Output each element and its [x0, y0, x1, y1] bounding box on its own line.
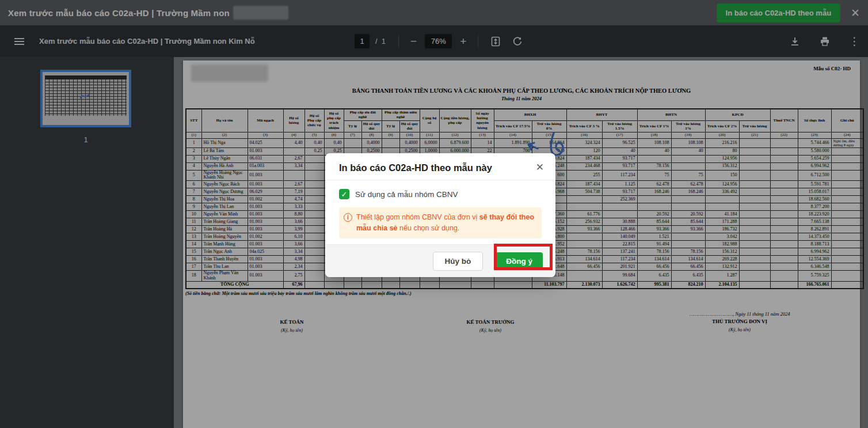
divider [325, 180, 555, 180]
warning-message: i Thiết lập gom nhóm CBNV của đơn vị sẽ … [339, 207, 542, 238]
use-group-template-checkbox[interactable]: ✓ [339, 189, 349, 199]
dialog-close-icon[interactable]: ✕ [536, 162, 544, 172]
warning-text: Thiết lập gom nhóm CBNV của đơn vị [356, 213, 479, 221]
dialog-title: In báo cáo C02a-HD theo mẫu này [339, 162, 492, 173]
checkbox-label: Sử dụng cả mẫu nhóm CBNV [355, 190, 458, 199]
info-icon: i [344, 213, 352, 222]
confirm-button[interactable]: Đồng ý [496, 252, 543, 270]
dialog-footer: Hủy bỏ Đồng ý [325, 244, 555, 277]
print-confirm-dialog: In báo cáo C02a-HD theo mẫu này ✕ ✓ Sử d… [325, 153, 555, 277]
cancel-button[interactable]: Hủy bỏ [433, 252, 484, 271]
screen: Xem trước mẫu báo cáo C02a-HD | Trường M… [0, 0, 868, 428]
warning-text: nếu chọn sử dụng. [398, 224, 460, 232]
